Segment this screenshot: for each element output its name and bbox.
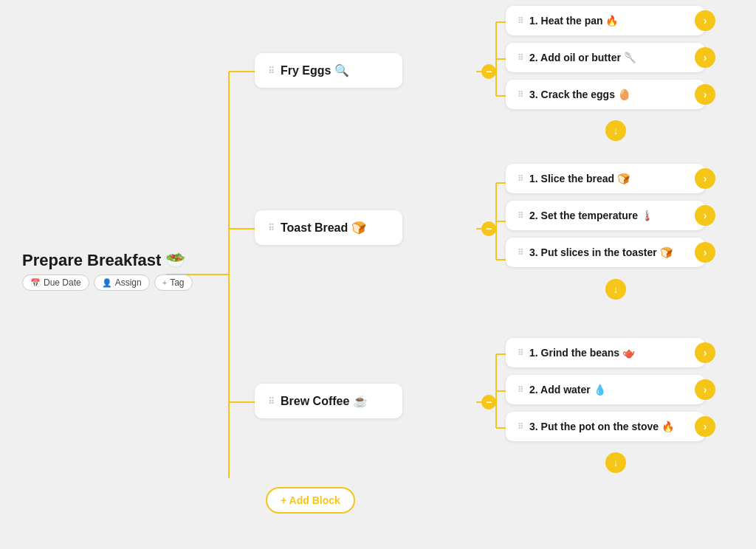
tag-label: Tag [170, 277, 184, 288]
task-label: 2. Set the temperature 🌡️ [529, 210, 653, 221]
task-fry-eggs-2[interactable]: ⠿ 2. Add oil or butter 🥄 › [506, 43, 705, 72]
drag-handle: ⠿ [518, 90, 523, 100]
task-toast-1[interactable]: ⠿ 1. Slice the bread 🍞 › [506, 164, 705, 193]
branch-brew-coffee[interactable]: ⠿ Brew Coffee ☕ [255, 384, 402, 418]
task-arrow[interactable]: › [695, 242, 715, 263]
due-date-label: Due Date [44, 277, 81, 288]
drag-handle: ⠿ [518, 348, 523, 358]
task-toast-3[interactable]: ⠿ 3. Put slices in the toaster 🍞 › [506, 238, 705, 267]
person-icon: 👤 [102, 278, 112, 288]
tag-button[interactable]: + Tag [154, 274, 193, 291]
task-arrow[interactable]: › [695, 416, 715, 437]
task-arrow[interactable]: › [695, 47, 715, 68]
task-label: 1. Slice the bread 🍞 [529, 173, 630, 184]
task-label: 3. Put the pot on the stove 🔥 [529, 421, 674, 432]
add-more-fry-eggs[interactable]: ↓ [605, 120, 626, 141]
connector-toast-bread[interactable]: − [481, 221, 496, 236]
branch-toast-bread[interactable]: ⠿ Toast Bread 🍞 [255, 210, 402, 245]
task-label: 1. Grind the beans 🫖 [529, 347, 635, 359]
connector-brew-coffee[interactable]: − [481, 395, 496, 410]
drag-handle: ⠿ [518, 248, 523, 258]
task-arrow[interactable]: › [695, 205, 715, 226]
task-arrow[interactable]: › [695, 10, 715, 31]
drag-handle-brew-coffee: ⠿ [268, 396, 275, 407]
task-arrow[interactable]: › [695, 168, 715, 189]
branch-fry-eggs[interactable]: ⠿ Fry Eggs 🔍 [255, 53, 402, 88]
assign-button[interactable]: 👤 Assign [94, 274, 150, 291]
plus-icon: + [162, 278, 167, 287]
drag-handle-fry-eggs: ⠿ [268, 66, 275, 76]
add-block-button[interactable]: + Add Block [266, 487, 355, 514]
root-title: Prepare Breakfast 🥗 [22, 251, 193, 270]
drag-handle: ⠿ [518, 211, 523, 221]
add-more-brew-coffee[interactable]: ↓ [605, 452, 626, 473]
calendar-icon: 📅 [30, 278, 41, 288]
drag-handle: ⠿ [518, 422, 523, 432]
task-arrow[interactable]: › [695, 379, 715, 400]
task-coffee-1[interactable]: ⠿ 1. Grind the beans 🫖 › [506, 338, 705, 367]
task-arrow[interactable]: › [695, 342, 715, 363]
branch-brew-coffee-label: Brew Coffee ☕ [281, 394, 368, 408]
task-fry-eggs-1[interactable]: ⠿ 1. Heat the pan 🔥 › [506, 6, 705, 35]
task-coffee-3[interactable]: ⠿ 3. Put the pot on the stove 🔥 › [506, 412, 705, 441]
task-arrow[interactable]: › [695, 84, 715, 105]
task-fry-eggs-3[interactable]: ⠿ 3. Crack the eggs 🥚 › [506, 80, 705, 109]
task-label: 3. Crack the eggs 🥚 [529, 89, 630, 100]
task-coffee-2[interactable]: ⠿ 2. Add water 💧 › [506, 375, 705, 404]
task-toast-2[interactable]: ⠿ 2. Set the temperature 🌡️ › [506, 201, 705, 230]
drag-handle: ⠿ [518, 174, 523, 184]
drag-handle: ⠿ [518, 53, 523, 63]
assign-label: Assign [115, 277, 142, 288]
task-label: 2. Add water 💧 [529, 384, 606, 396]
branch-toast-bread-label: Toast Bread 🍞 [281, 221, 366, 235]
drag-handle: ⠿ [518, 16, 523, 26]
task-label: 2. Add oil or butter 🥄 [529, 52, 636, 63]
task-label: 3. Put slices in the toaster 🍞 [529, 246, 673, 258]
connector-fry-eggs[interactable]: − [481, 64, 496, 79]
drag-handle-toast-bread: ⠿ [268, 223, 275, 233]
due-date-button[interactable]: 📅 Due Date [22, 274, 89, 291]
root-actions: 📅 Due Date 👤 Assign + Tag [22, 274, 193, 291]
add-more-toast-bread[interactable]: ↓ [605, 279, 626, 300]
canvas: Prepare Breakfast 🥗 📅 Due Date 👤 Assign … [0, 0, 756, 549]
drag-handle: ⠿ [518, 385, 523, 395]
task-label: 1. Heat the pan 🔥 [529, 15, 618, 27]
branch-fry-eggs-label: Fry Eggs 🔍 [281, 63, 349, 77]
root-node: Prepare Breakfast 🥗 📅 Due Date 👤 Assign … [22, 251, 193, 291]
add-block-label: + Add Block [281, 494, 340, 506]
